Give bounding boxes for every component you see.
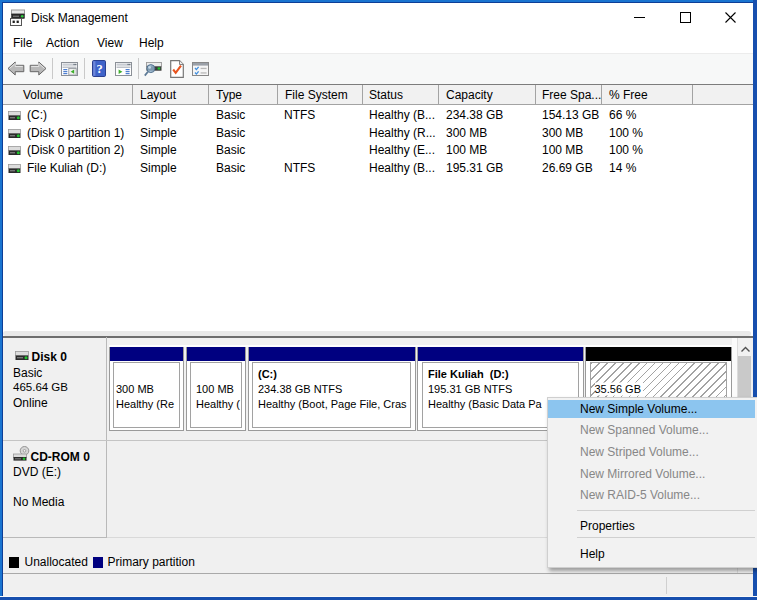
svg-text:?: ? bbox=[96, 62, 102, 76]
